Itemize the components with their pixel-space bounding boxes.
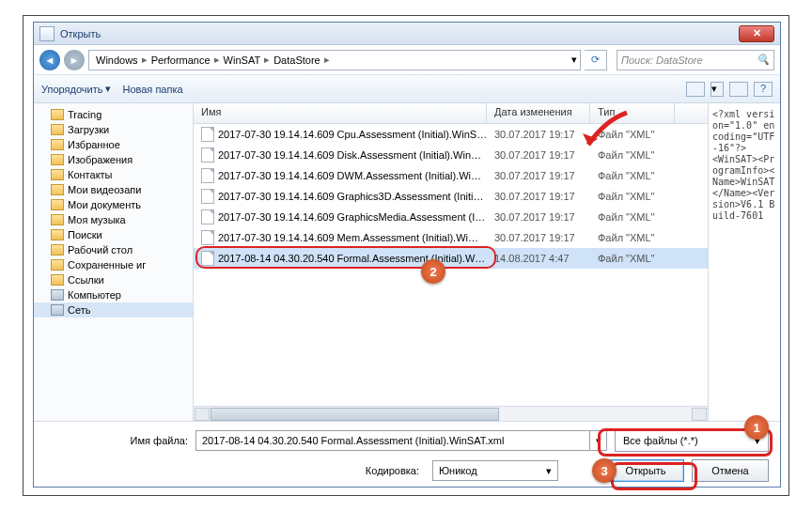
column-date[interactable]: Дата изменения bbox=[487, 103, 590, 123]
file-row[interactable]: 2017-07-30 19.14.14.609 Disk.Assessment … bbox=[194, 145, 708, 165]
breadcrumb-seg[interactable]: WinSAT bbox=[220, 51, 265, 70]
nav-forward-button[interactable]: ► bbox=[64, 50, 85, 70]
view-dropdown-button[interactable]: ▾ bbox=[710, 82, 724, 97]
tree-item[interactable]: Сеть bbox=[34, 302, 193, 317]
filename-input[interactable]: 2017-08-14 04.30.20.540 Formal.Assessmen… bbox=[195, 430, 590, 451]
column-headers: Имя Дата изменения Тип bbox=[194, 103, 708, 124]
tree-item-label: Контакты bbox=[68, 169, 113, 180]
folder-icon bbox=[51, 199, 64, 210]
help-button[interactable]: ? bbox=[754, 82, 773, 97]
title-bar: Открыть ✕ bbox=[34, 23, 780, 45]
breadcrumb-seg[interactable]: DataStore bbox=[270, 51, 324, 70]
tree-item[interactable]: Tracing bbox=[34, 107, 193, 122]
chevron-down-icon: ▾ bbox=[755, 435, 760, 447]
chevron-down-icon: ▾ bbox=[105, 83, 111, 95]
dialog-icon bbox=[39, 26, 55, 41]
tree-item-label: Рабочий стол bbox=[68, 244, 133, 256]
tree-item-label: Избранное bbox=[68, 139, 120, 150]
preview-pane-button[interactable] bbox=[729, 82, 748, 97]
cancel-button[interactable]: Отмена bbox=[692, 459, 769, 482]
file-icon bbox=[201, 209, 214, 225]
tree-item[interactable]: Компьютер bbox=[34, 287, 193, 302]
tree-item[interactable]: Контакты bbox=[34, 167, 193, 182]
tree-item[interactable]: Мои видеозапи bbox=[34, 182, 193, 197]
scroll-thumb[interactable] bbox=[211, 408, 499, 421]
new-folder-button[interactable]: Новая папка bbox=[122, 84, 182, 95]
file-name: 2017-07-30 19.14.14.609 Mem.Assessment (… bbox=[218, 232, 478, 243]
address-bar[interactable]: Windows▸ Performance▸ WinSAT▸ DataStore▸… bbox=[88, 50, 581, 70]
view-options-button[interactable] bbox=[686, 82, 705, 97]
file-type: Файл "XML" bbox=[590, 232, 675, 243]
tree-item[interactable]: Изображения bbox=[34, 152, 193, 167]
dialog-title: Открыть bbox=[60, 28, 739, 39]
file-date: 30.07.2017 19:17 bbox=[487, 211, 590, 223]
refresh-button[interactable]: ⟳ bbox=[585, 50, 607, 70]
folder-icon bbox=[51, 229, 64, 240]
breadcrumb-dropdown[interactable]: ▾ bbox=[571, 54, 577, 66]
file-row[interactable]: 2017-07-30 19.14.14.609 Cpu.Assessment (… bbox=[194, 124, 708, 145]
search-input[interactable]: Поиск: DataStore 🔍 bbox=[617, 50, 774, 70]
open-label: Открыть bbox=[625, 465, 665, 476]
open-button[interactable]: Открыть bbox=[607, 459, 684, 482]
tree-item-label: Сохраненные иг bbox=[68, 259, 146, 271]
scroll-right-button[interactable] bbox=[692, 408, 707, 421]
file-row[interactable]: 2017-07-30 19.14.14.609 Mem.Assessment (… bbox=[194, 227, 708, 248]
file-icon bbox=[201, 230, 214, 245]
preview-pane: <?xml version="1.0" encoding="UTF-16"?> … bbox=[709, 103, 780, 421]
drive-icon bbox=[51, 304, 64, 316]
file-row[interactable]: 2017-07-30 19.14.14.609 GraphicsMedia.As… bbox=[194, 207, 708, 227]
file-date: 30.07.2017 19:17 bbox=[487, 149, 590, 161]
filter-value: Все файлы (*.*) bbox=[623, 435, 698, 446]
filename-label: Имя файла: bbox=[45, 435, 195, 446]
nav-back-button[interactable]: ◄ bbox=[39, 50, 60, 70]
file-type: Файл "XML" bbox=[590, 170, 675, 181]
tree-item[interactable]: Загрузки bbox=[34, 122, 193, 137]
new-folder-label: Новая папка bbox=[122, 84, 182, 95]
file-type-filter[interactable]: Все файлы (*.*) ▾ bbox=[615, 429, 769, 452]
filename-dropdown[interactable]: ▾ bbox=[590, 430, 607, 451]
file-name: 2017-07-30 19.14.14.609 Disk.Assessment … bbox=[218, 149, 481, 161]
tree-item[interactable]: Рабочий стол bbox=[34, 242, 193, 257]
column-name[interactable]: Имя bbox=[194, 103, 487, 123]
column-type[interactable]: Тип bbox=[590, 103, 675, 123]
file-icon bbox=[201, 147, 214, 163]
file-row[interactable]: 2017-07-30 19.14.14.609 Graphics3D.Asses… bbox=[194, 186, 708, 207]
folder-icon bbox=[51, 214, 64, 225]
file-icon bbox=[201, 127, 214, 142]
tree-item[interactable]: Поиски bbox=[34, 227, 193, 242]
organize-button[interactable]: Упорядочить ▾ bbox=[41, 83, 111, 95]
file-type: Файл "XML" bbox=[590, 129, 675, 140]
file-type: Файл "XML" bbox=[590, 191, 675, 202]
cancel-label: Отмена bbox=[711, 465, 748, 476]
tree-item[interactable]: Ссылки bbox=[34, 272, 193, 287]
horizontal-scrollbar[interactable] bbox=[194, 406, 708, 421]
tree-item[interactable]: Моя музыка bbox=[34, 212, 193, 227]
tree-item-label: Ссылки bbox=[68, 274, 104, 286]
tree-item[interactable]: Мои документь bbox=[34, 197, 193, 212]
file-list: Имя Дата изменения Тип 2017-07-30 19.14.… bbox=[194, 103, 709, 421]
encoding-label: Кодировка: bbox=[366, 465, 419, 476]
file-rows: 2017-07-30 19.14.14.609 Cpu.Assessment (… bbox=[194, 124, 708, 406]
tree-item[interactable]: Сохраненные иг bbox=[34, 257, 193, 272]
folder-tree[interactable]: TracingЗагрузкиИзбранноеИзображенияКонта… bbox=[34, 103, 194, 421]
tree-item-label: Загрузки bbox=[68, 124, 109, 135]
search-placeholder: Поиск: DataStore bbox=[621, 54, 703, 66]
folder-icon bbox=[51, 139, 64, 150]
close-button[interactable]: ✕ bbox=[739, 25, 774, 42]
file-date: 30.07.2017 19:17 bbox=[487, 191, 590, 202]
file-row[interactable]: 2017-07-30 19.14.14.609 DWM.Assessment (… bbox=[194, 165, 708, 186]
breadcrumb-seg[interactable]: Windows bbox=[92, 51, 142, 70]
breadcrumb-seg[interactable]: Performance bbox=[148, 51, 214, 70]
scroll-left-button[interactable] bbox=[195, 408, 210, 421]
arrow-right-icon: ► bbox=[70, 54, 80, 66]
filename-value: 2017-08-14 04.30.20.540 Formal.Assessmen… bbox=[202, 435, 504, 446]
tree-item[interactable]: Избранное bbox=[34, 137, 193, 152]
bottom-panel: Имя файла: 2017-08-14 04.30.20.540 Forma… bbox=[34, 421, 780, 491]
file-row[interactable]: 2017-08-14 04.30.20.540 Formal.Assessmen… bbox=[194, 248, 708, 269]
file-name: 2017-07-30 19.14.14.609 GraphicsMedia.As… bbox=[218, 211, 485, 223]
scroll-track[interactable] bbox=[211, 408, 691, 421]
encoding-select[interactable]: Юникод ▾ bbox=[432, 460, 558, 481]
folder-icon bbox=[51, 124, 64, 135]
file-name: 2017-08-14 04.30.20.540 Formal.Assessmen… bbox=[218, 253, 485, 264]
folder-icon bbox=[51, 244, 64, 256]
